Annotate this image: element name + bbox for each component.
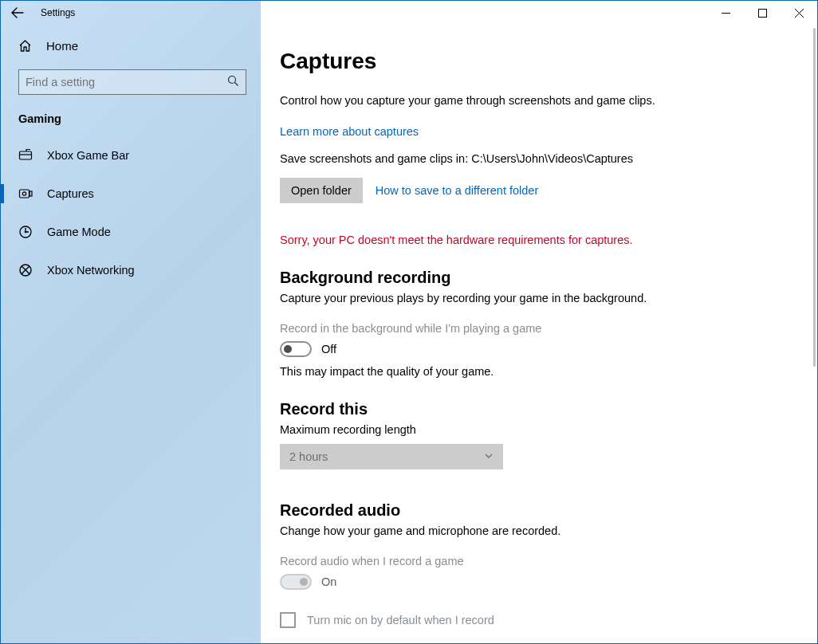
svg-point-7 [25, 231, 27, 234]
sidebar-item-xbox-networking[interactable]: Xbox Networking [1, 253, 261, 288]
svg-rect-0 [758, 9, 766, 17]
section-heading: Gaming [1, 112, 261, 125]
background-toggle-row: Off [280, 341, 785, 357]
mic-default-label: Turn mic on by default when I record [307, 614, 494, 626]
sidebar-item-label: Captures [47, 187, 94, 200]
scrollbar-thumb[interactable] [813, 28, 816, 367]
page-title: Captures [280, 49, 785, 74]
content-inner: Captures Control how you capture your ga… [261, 25, 817, 644]
sidebar-item-xbox-game-bar[interactable]: Xbox Game Bar [1, 138, 261, 173]
sidebar-item-label: Xbox Networking [47, 264, 135, 277]
scrollbar[interactable] [811, 25, 817, 643]
svg-rect-3 [20, 190, 29, 198]
close-icon [795, 9, 804, 18]
record-audio-toggle-state: On [321, 575, 336, 588]
chevron-down-icon [484, 450, 494, 463]
svg-rect-2 [20, 151, 32, 159]
window-controls [707, 1, 817, 25]
intro-text: Control how you capture your game throug… [280, 93, 694, 109]
home-icon [18, 39, 32, 53]
content: Captures Control how you capture your ga… [261, 25, 817, 643]
open-folder-row: Open folder How to save to a different f… [280, 178, 785, 203]
close-button[interactable] [781, 1, 817, 25]
max-recording-length-dropdown[interactable]: 2 hours [280, 444, 503, 469]
background-recording-subtext: Capture your previous plays by recording… [280, 292, 785, 304]
recorded-audio-heading: Recorded audio [280, 501, 785, 520]
search-input[interactable] [26, 76, 227, 88]
save-different-folder-link[interactable]: How to save to a different folder [376, 184, 538, 197]
arrow-left-icon [11, 6, 24, 19]
open-folder-button[interactable]: Open folder [280, 178, 363, 203]
settings-window: Settings Home [0, 0, 818, 644]
dropdown-value: 2 hours [289, 450, 328, 463]
record-audio-toggle[interactable] [280, 574, 312, 590]
game-bar-icon [18, 148, 33, 163]
window-title: Settings [41, 7, 75, 18]
svg-point-1 [229, 77, 236, 84]
maximize-button[interactable] [744, 1, 781, 25]
svg-point-4 [22, 192, 26, 195]
sidebar-item-label: Game Mode [47, 226, 111, 238]
record-audio-toggle-label: Record audio when I record a game [280, 555, 785, 567]
error-text: Sorry, your PC doesn't meet the hardware… [280, 234, 785, 246]
minimize-icon [722, 9, 730, 18]
record-audio-toggle-row: On [280, 574, 785, 590]
back-button[interactable] [1, 1, 34, 25]
sidebar-item-captures[interactable]: Captures [1, 176, 261, 211]
background-toggle[interactable] [280, 341, 312, 357]
background-recording-heading: Background recording [280, 269, 785, 287]
svg-rect-5 [29, 191, 32, 196]
sidebar: Home Gaming Xbox Game Bar Captures [1, 1, 261, 643]
background-toggle-state: Off [321, 343, 336, 355]
record-this-heading: Record this [280, 400, 785, 418]
background-toggle-label: Record in the background while I'm playi… [280, 322, 785, 335]
sidebar-item-game-mode[interactable]: Game Mode [1, 214, 261, 249]
xbox-icon [18, 263, 33, 277]
mic-default-row: Turn mic on by default when I record [280, 612, 785, 628]
mic-default-checkbox[interactable] [280, 612, 296, 628]
game-mode-icon [18, 225, 33, 239]
search-box[interactable] [18, 69, 246, 95]
body: Home Gaming Xbox Game Bar Captures [1, 25, 817, 643]
captures-icon [18, 187, 33, 201]
home-label: Home [46, 39, 78, 53]
background-note: This may impact the quality of your game… [280, 365, 785, 378]
maximize-icon [758, 9, 767, 18]
record-this-subtext: Maximum recording length [280, 423, 785, 436]
sidebar-item-label: Xbox Game Bar [47, 149, 129, 162]
search-icon [227, 75, 239, 89]
recorded-audio-subtext: Change how your game and microphone are … [280, 524, 785, 537]
minimize-button[interactable] [707, 1, 744, 25]
save-path-text: Save screenshots and game clips in: C:\U… [280, 152, 785, 165]
titlebar: Settings [1, 1, 817, 25]
home-nav[interactable]: Home [1, 29, 261, 61]
learn-more-link[interactable]: Learn more about captures [280, 125, 785, 138]
